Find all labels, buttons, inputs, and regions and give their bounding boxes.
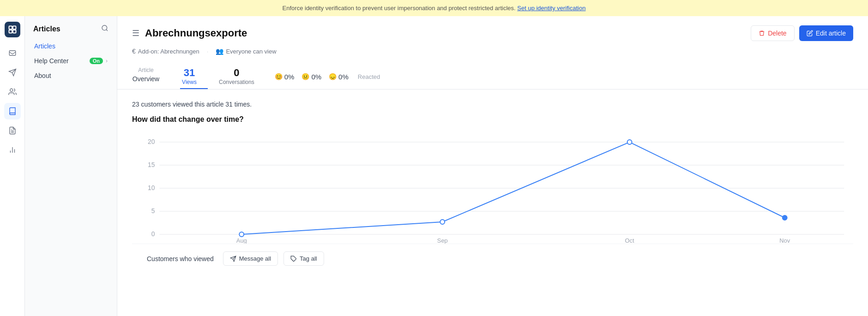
sidebar: Articles Articles Help Center On › Abou: [25, 16, 117, 316]
line-chart-svg: 0 5 10 15 20: [132, 133, 853, 244]
chevron-right-icon: ›: [106, 58, 108, 64]
meta-addon: € Add-on: Abrechnungen: [132, 48, 199, 55]
data-point-sep: [440, 220, 445, 224]
svg-text:10: 10: [148, 184, 155, 191]
data-point-aug: [239, 232, 244, 237]
sidebar-header: Articles: [30, 22, 112, 39]
svg-text:5: 5: [151, 207, 155, 215]
neutral-emoji: 😐: [301, 73, 309, 80]
reacted-label: Reacted: [358, 73, 380, 80]
nav-reports-icon[interactable]: [4, 122, 21, 139]
main-content: ☰ Abrechnungsexporte Delete: [117, 16, 868, 316]
sidebar-item-about[interactable]: About: [30, 69, 112, 83]
tab-overview-top: Article: [138, 67, 153, 73]
chart-title: How did that change over time?: [132, 115, 853, 124]
svg-text:Aug: Aug: [236, 237, 247, 244]
euro-icon: €: [132, 48, 136, 55]
svg-point-9: [102, 25, 107, 30]
svg-text:Sep: Sep: [437, 237, 448, 244]
svg-text:Oct: Oct: [625, 237, 634, 244]
svg-point-5: [10, 89, 12, 91]
tab-conversations-value: 0: [234, 67, 239, 79]
svg-rect-1: [12, 26, 16, 30]
chart-container: 0 5 10 15 20: [132, 133, 853, 244]
message-icon: [230, 256, 236, 262]
help-center-badge: On: [90, 58, 103, 64]
data-point-oct: [627, 140, 632, 144]
reaction-neutral: 😐 0%: [301, 73, 321, 81]
svg-rect-4: [9, 51, 16, 56]
sidebar-title: Articles: [33, 25, 60, 33]
svg-text:0: 0: [151, 230, 155, 238]
reaction-happy: 😊 0%: [275, 73, 295, 81]
tab-overview-sub: Overview: [133, 75, 159, 83]
users-icon: 👥: [216, 48, 223, 55]
icon-bar: [0, 16, 25, 316]
svg-text:Nov: Nov: [779, 237, 790, 244]
app-logo: [5, 22, 20, 37]
sidebar-nav: Articles Help Center On › About: [30, 39, 112, 83]
chart-summary: 23 customers viewed this article 31 time…: [132, 101, 853, 108]
tag-all-button[interactable]: Tag all: [283, 251, 324, 266]
tab-views-sub: Views: [182, 79, 197, 85]
reactions-tab: 😊 0% 😐 0% 😞 0% Reacted: [275, 62, 380, 89]
article-title-left: ☰ Abrechnungsexporte: [132, 27, 247, 39]
banner-text: Enforce identity verification to prevent…: [283, 5, 516, 12]
nav-inbox-icon[interactable]: [4, 45, 21, 61]
sidebar-item-help-center[interactable]: Help Center On ›: [30, 54, 112, 68]
chart-area: 23 customers viewed this article 31 time…: [117, 89, 868, 316]
article-tabs: Article Overview 31 Views 0 Conversation…: [132, 62, 853, 89]
reaction-sad-pct: 0%: [338, 73, 349, 81]
tab-conversations-sub: Conversations: [219, 79, 254, 85]
hamburger-icon[interactable]: ☰: [132, 28, 139, 38]
happy-emoji: 😊: [275, 73, 283, 80]
customers-footer: Customers who viewed Message all Tag all: [132, 244, 853, 273]
meta-separator: ·: [207, 48, 209, 55]
article-actions: Delete Edit article: [751, 25, 853, 41]
nav-analytics-icon[interactable]: [4, 142, 21, 158]
svg-rect-3: [12, 30, 16, 33]
message-all-button[interactable]: Message all: [223, 251, 278, 266]
delete-button[interactable]: Delete: [751, 25, 794, 41]
article-title: Abrechnungsexporte: [145, 27, 247, 39]
svg-text:20: 20: [148, 138, 155, 145]
article-header: ☰ Abrechnungsexporte Delete: [117, 16, 868, 89]
reaction-happy-pct: 0%: [284, 73, 295, 81]
tab-conversations[interactable]: 0 Conversations: [219, 62, 264, 89]
edit-article-button[interactable]: Edit article: [799, 25, 853, 41]
nav-contacts-icon[interactable]: [4, 83, 21, 100]
nav-outbox-icon[interactable]: [4, 64, 21, 81]
banner-link[interactable]: Set up identity verification: [517, 5, 585, 12]
search-icon[interactable]: [101, 24, 108, 34]
reaction-neutral-pct: 0%: [311, 73, 321, 81]
tab-overview[interactable]: Article Overview: [132, 62, 169, 89]
tab-views[interactable]: 31 Views: [180, 62, 208, 89]
data-point-nov: [783, 215, 787, 220]
svg-rect-2: [9, 30, 12, 33]
article-title-row: ☰ Abrechnungsexporte Delete: [132, 25, 853, 41]
tag-icon: [290, 256, 297, 262]
sad-emoji: 😞: [329, 73, 337, 80]
nav-articles-icon[interactable]: [4, 103, 21, 119]
svg-text:15: 15: [148, 161, 155, 168]
reaction-sad: 😞 0%: [329, 73, 349, 81]
trash-icon: [759, 30, 765, 36]
tab-views-value: 31: [184, 67, 195, 79]
pencil-icon: [807, 30, 813, 36]
svg-rect-0: [9, 26, 12, 30]
customers-label: Customers who viewed: [147, 255, 214, 262]
article-meta: € Add-on: Abrechnungen · 👥 Everyone can …: [132, 45, 853, 60]
sidebar-item-articles[interactable]: Articles: [30, 39, 112, 53]
meta-visibility: 👥 Everyone can view: [216, 48, 276, 55]
top-banner: Enforce identity verification to prevent…: [0, 0, 868, 16]
